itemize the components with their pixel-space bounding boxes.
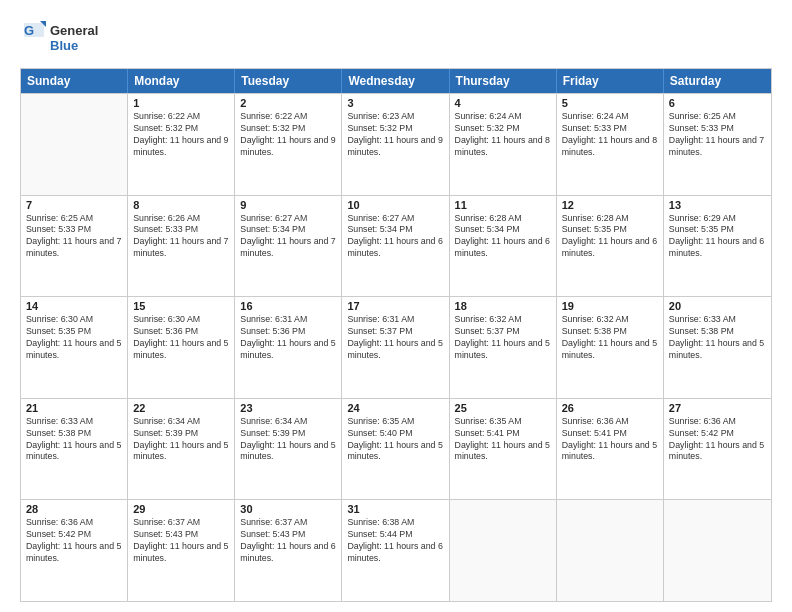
day-number: 19 — [562, 300, 658, 312]
cal-cell-w1-d7: 6 Sunrise: 6:25 AMSunset: 5:33 PMDayligh… — [664, 94, 771, 195]
cal-cell-w3-d4: 17 Sunrise: 6:31 AMSunset: 5:37 PMDaylig… — [342, 297, 449, 398]
day-info: Sunrise: 6:25 AMSunset: 5:33 PMDaylight:… — [669, 111, 766, 159]
day-number: 11 — [455, 199, 551, 211]
cal-cell-w3-d5: 18 Sunrise: 6:32 AMSunset: 5:37 PMDaylig… — [450, 297, 557, 398]
day-number: 15 — [133, 300, 229, 312]
day-info: Sunrise: 6:36 AMSunset: 5:42 PMDaylight:… — [669, 416, 766, 464]
day-number: 31 — [347, 503, 443, 515]
day-info: Sunrise: 6:22 AMSunset: 5:32 PMDaylight:… — [133, 111, 229, 159]
day-info: Sunrise: 6:24 AMSunset: 5:33 PMDaylight:… — [562, 111, 658, 159]
day-info: Sunrise: 6:35 AMSunset: 5:40 PMDaylight:… — [347, 416, 443, 464]
cal-cell-w1-d2: 1 Sunrise: 6:22 AMSunset: 5:32 PMDayligh… — [128, 94, 235, 195]
cal-cell-w4-d4: 24 Sunrise: 6:35 AMSunset: 5:40 PMDaylig… — [342, 399, 449, 500]
cal-cell-w5-d6 — [557, 500, 664, 601]
day-info: Sunrise: 6:29 AMSunset: 5:35 PMDaylight:… — [669, 213, 766, 261]
day-number: 7 — [26, 199, 122, 211]
cal-cell-w2-d1: 7 Sunrise: 6:25 AMSunset: 5:33 PMDayligh… — [21, 196, 128, 297]
cal-cell-w2-d3: 9 Sunrise: 6:27 AMSunset: 5:34 PMDayligh… — [235, 196, 342, 297]
day-number: 6 — [669, 97, 766, 109]
calendar-body: 1 Sunrise: 6:22 AMSunset: 5:32 PMDayligh… — [21, 93, 771, 601]
cal-cell-w1-d4: 3 Sunrise: 6:23 AMSunset: 5:32 PMDayligh… — [342, 94, 449, 195]
day-number: 17 — [347, 300, 443, 312]
day-number: 30 — [240, 503, 336, 515]
day-info: Sunrise: 6:28 AMSunset: 5:35 PMDaylight:… — [562, 213, 658, 261]
weekday-header-thursday: Thursday — [450, 69, 557, 93]
weekday-header-friday: Friday — [557, 69, 664, 93]
day-number: 14 — [26, 300, 122, 312]
week-row-2: 7 Sunrise: 6:25 AMSunset: 5:33 PMDayligh… — [21, 195, 771, 297]
cal-cell-w5-d4: 31 Sunrise: 6:38 AMSunset: 5:44 PMDaylig… — [342, 500, 449, 601]
day-info: Sunrise: 6:38 AMSunset: 5:44 PMDaylight:… — [347, 517, 443, 565]
cal-cell-w2-d2: 8 Sunrise: 6:26 AMSunset: 5:33 PMDayligh… — [128, 196, 235, 297]
weekday-header-wednesday: Wednesday — [342, 69, 449, 93]
calendar: SundayMondayTuesdayWednesdayThursdayFrid… — [20, 68, 772, 602]
day-number: 28 — [26, 503, 122, 515]
weekday-header-sunday: Sunday — [21, 69, 128, 93]
day-info: Sunrise: 6:32 AMSunset: 5:37 PMDaylight:… — [455, 314, 551, 362]
day-info: Sunrise: 6:30 AMSunset: 5:36 PMDaylight:… — [133, 314, 229, 362]
day-info: Sunrise: 6:26 AMSunset: 5:33 PMDaylight:… — [133, 213, 229, 261]
day-number: 5 — [562, 97, 658, 109]
cal-cell-w4-d5: 25 Sunrise: 6:35 AMSunset: 5:41 PMDaylig… — [450, 399, 557, 500]
cal-cell-w4-d3: 23 Sunrise: 6:34 AMSunset: 5:39 PMDaylig… — [235, 399, 342, 500]
cal-cell-w4-d1: 21 Sunrise: 6:33 AMSunset: 5:38 PMDaylig… — [21, 399, 128, 500]
week-row-3: 14 Sunrise: 6:30 AMSunset: 5:35 PMDaylig… — [21, 296, 771, 398]
day-info: Sunrise: 6:27 AMSunset: 5:34 PMDaylight:… — [240, 213, 336, 261]
cal-cell-w2-d6: 12 Sunrise: 6:28 AMSunset: 5:35 PMDaylig… — [557, 196, 664, 297]
day-number: 10 — [347, 199, 443, 211]
week-row-5: 28 Sunrise: 6:36 AMSunset: 5:42 PMDaylig… — [21, 499, 771, 601]
cal-cell-w3-d6: 19 Sunrise: 6:32 AMSunset: 5:38 PMDaylig… — [557, 297, 664, 398]
day-info: Sunrise: 6:23 AMSunset: 5:32 PMDaylight:… — [347, 111, 443, 159]
day-info: Sunrise: 6:36 AMSunset: 5:42 PMDaylight:… — [26, 517, 122, 565]
day-info: Sunrise: 6:22 AMSunset: 5:32 PMDaylight:… — [240, 111, 336, 159]
day-info: Sunrise: 6:34 AMSunset: 5:39 PMDaylight:… — [133, 416, 229, 464]
cal-cell-w4-d6: 26 Sunrise: 6:36 AMSunset: 5:41 PMDaylig… — [557, 399, 664, 500]
day-info: Sunrise: 6:32 AMSunset: 5:38 PMDaylight:… — [562, 314, 658, 362]
cal-cell-w5-d3: 30 Sunrise: 6:37 AMSunset: 5:43 PMDaylig… — [235, 500, 342, 601]
logo: General Blue G — [20, 18, 110, 58]
day-number: 25 — [455, 402, 551, 414]
svg-text:G: G — [24, 23, 34, 38]
header: General Blue G — [20, 18, 772, 58]
day-info: Sunrise: 6:34 AMSunset: 5:39 PMDaylight:… — [240, 416, 336, 464]
day-number: 2 — [240, 97, 336, 109]
day-info: Sunrise: 6:35 AMSunset: 5:41 PMDaylight:… — [455, 416, 551, 464]
cal-cell-w1-d1 — [21, 94, 128, 195]
cal-cell-w5-d1: 28 Sunrise: 6:36 AMSunset: 5:42 PMDaylig… — [21, 500, 128, 601]
page: General Blue G SundayMondayTuesdayWednes… — [0, 0, 792, 612]
cal-cell-w5-d7 — [664, 500, 771, 601]
day-info: Sunrise: 6:31 AMSunset: 5:36 PMDaylight:… — [240, 314, 336, 362]
weekday-header-monday: Monday — [128, 69, 235, 93]
day-number: 29 — [133, 503, 229, 515]
day-info: Sunrise: 6:24 AMSunset: 5:32 PMDaylight:… — [455, 111, 551, 159]
day-info: Sunrise: 6:27 AMSunset: 5:34 PMDaylight:… — [347, 213, 443, 261]
day-number: 26 — [562, 402, 658, 414]
cal-cell-w2-d7: 13 Sunrise: 6:29 AMSunset: 5:35 PMDaylig… — [664, 196, 771, 297]
day-info: Sunrise: 6:33 AMSunset: 5:38 PMDaylight:… — [26, 416, 122, 464]
cal-cell-w2-d4: 10 Sunrise: 6:27 AMSunset: 5:34 PMDaylig… — [342, 196, 449, 297]
cal-cell-w5-d2: 29 Sunrise: 6:37 AMSunset: 5:43 PMDaylig… — [128, 500, 235, 601]
day-info: Sunrise: 6:33 AMSunset: 5:38 PMDaylight:… — [669, 314, 766, 362]
day-number: 8 — [133, 199, 229, 211]
cal-cell-w3-d3: 16 Sunrise: 6:31 AMSunset: 5:36 PMDaylig… — [235, 297, 342, 398]
cal-cell-w1-d6: 5 Sunrise: 6:24 AMSunset: 5:33 PMDayligh… — [557, 94, 664, 195]
day-info: Sunrise: 6:31 AMSunset: 5:37 PMDaylight:… — [347, 314, 443, 362]
day-info: Sunrise: 6:37 AMSunset: 5:43 PMDaylight:… — [240, 517, 336, 565]
logo-svg: General Blue G — [20, 18, 110, 58]
day-info: Sunrise: 6:37 AMSunset: 5:43 PMDaylight:… — [133, 517, 229, 565]
day-number: 16 — [240, 300, 336, 312]
day-number: 12 — [562, 199, 658, 211]
day-number: 22 — [133, 402, 229, 414]
day-number: 27 — [669, 402, 766, 414]
weekday-header-tuesday: Tuesday — [235, 69, 342, 93]
cal-cell-w3-d2: 15 Sunrise: 6:30 AMSunset: 5:36 PMDaylig… — [128, 297, 235, 398]
day-info: Sunrise: 6:28 AMSunset: 5:34 PMDaylight:… — [455, 213, 551, 261]
day-number: 3 — [347, 97, 443, 109]
svg-text:Blue: Blue — [50, 38, 78, 53]
day-info: Sunrise: 6:30 AMSunset: 5:35 PMDaylight:… — [26, 314, 122, 362]
day-number: 4 — [455, 97, 551, 109]
weekday-header-saturday: Saturday — [664, 69, 771, 93]
day-number: 9 — [240, 199, 336, 211]
cal-cell-w3-d1: 14 Sunrise: 6:30 AMSunset: 5:35 PMDaylig… — [21, 297, 128, 398]
day-number: 13 — [669, 199, 766, 211]
